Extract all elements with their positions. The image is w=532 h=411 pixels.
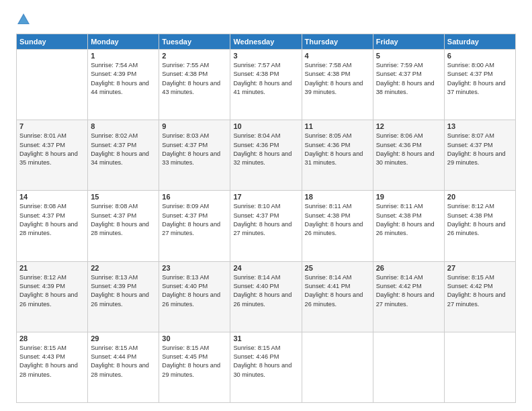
day-info: Sunrise: 8:08 AMSunset: 4:37 PMDaylight:… <box>19 202 85 238</box>
day-number: 6 <box>447 52 513 60</box>
calendar-cell: 8Sunrise: 8:02 AMSunset: 4:37 PMDaylight… <box>88 120 159 191</box>
day-info: Sunrise: 8:11 AMSunset: 4:38 PMDaylight:… <box>376 202 441 238</box>
day-number: 30 <box>162 334 227 342</box>
day-info: Sunrise: 8:15 AMSunset: 4:45 PMDaylight:… <box>162 344 227 379</box>
day-info: Sunrise: 8:12 AMSunset: 4:38 PMDaylight:… <box>447 202 513 238</box>
calendar-cell: 25Sunrise: 8:14 AMSunset: 4:41 PMDayligh… <box>302 261 373 332</box>
day-number: 2 <box>162 52 227 60</box>
calendar-cell: 9Sunrise: 8:03 AMSunset: 4:37 PMDaylight… <box>159 120 230 191</box>
calendar-cell: 29Sunrise: 8:15 AMSunset: 4:44 PMDayligh… <box>88 332 159 402</box>
weekday-header-tuesday: Tuesday <box>159 34 230 50</box>
day-info: Sunrise: 8:13 AMSunset: 4:39 PMDaylight:… <box>91 273 156 309</box>
day-number: 1 <box>91 52 156 60</box>
weekday-header-sunday: Sunday <box>17 34 88 50</box>
calendar-cell <box>373 332 444 402</box>
calendar-cell: 22Sunrise: 8:13 AMSunset: 4:39 PMDayligh… <box>88 261 159 332</box>
calendar-cell: 7Sunrise: 8:01 AMSunset: 4:37 PMDaylight… <box>17 120 88 191</box>
day-info: Sunrise: 8:14 AMSunset: 4:41 PMDaylight:… <box>305 273 370 309</box>
calendar-cell: 17Sunrise: 8:10 AMSunset: 4:37 PMDayligh… <box>230 191 302 261</box>
calendar-cell: 15Sunrise: 8:08 AMSunset: 4:37 PMDayligh… <box>88 191 159 261</box>
day-info: Sunrise: 8:15 AMSunset: 4:42 PMDaylight:… <box>447 273 513 309</box>
day-number: 7 <box>19 122 85 130</box>
calendar-cell: 18Sunrise: 8:11 AMSunset: 4:38 PMDayligh… <box>302 191 373 261</box>
day-number: 10 <box>233 122 298 130</box>
calendar-cell: 13Sunrise: 8:07 AMSunset: 4:37 PMDayligh… <box>444 120 515 191</box>
calendar-cell: 11Sunrise: 8:05 AMSunset: 4:36 PMDayligh… <box>302 120 373 191</box>
day-info: Sunrise: 8:02 AMSunset: 4:37 PMDaylight:… <box>91 132 156 167</box>
day-info: Sunrise: 8:15 AMSunset: 4:43 PMDaylight:… <box>19 344 85 379</box>
day-info: Sunrise: 7:59 AMSunset: 4:37 PMDaylight:… <box>376 61 441 97</box>
day-number: 18 <box>305 193 370 201</box>
day-info: Sunrise: 8:06 AMSunset: 4:36 PMDaylight:… <box>376 132 441 167</box>
calendar-cell: 21Sunrise: 8:12 AMSunset: 4:39 PMDayligh… <box>17 261 88 332</box>
day-number: 27 <box>447 264 513 272</box>
day-number: 24 <box>233 264 298 272</box>
day-number: 21 <box>19 264 85 272</box>
calendar-cell: 16Sunrise: 8:09 AMSunset: 4:37 PMDayligh… <box>159 191 230 261</box>
day-info: Sunrise: 8:03 AMSunset: 4:37 PMDaylight:… <box>162 132 227 167</box>
day-number: 23 <box>162 264 227 272</box>
calendar-cell: 12Sunrise: 8:06 AMSunset: 4:36 PMDayligh… <box>373 120 444 191</box>
calendar-cell: 24Sunrise: 8:14 AMSunset: 4:40 PMDayligh… <box>230 261 302 332</box>
day-info: Sunrise: 8:04 AMSunset: 4:36 PMDaylight:… <box>233 132 298 167</box>
calendar-cell: 1Sunrise: 7:54 AMSunset: 4:39 PMDaylight… <box>88 50 159 120</box>
calendar-cell: 4Sunrise: 7:58 AMSunset: 4:38 PMDaylight… <box>302 50 373 120</box>
calendar-cell <box>444 332 515 402</box>
day-info: Sunrise: 8:15 AMSunset: 4:46 PMDaylight:… <box>233 344 298 379</box>
weekday-header-row: SundayMondayTuesdayWednesdayThursdayFrid… <box>17 34 516 50</box>
day-number: 28 <box>19 334 85 342</box>
day-number: 12 <box>376 122 441 130</box>
day-info: Sunrise: 8:05 AMSunset: 4:36 PMDaylight:… <box>305 132 370 167</box>
day-number: 25 <box>305 264 370 272</box>
calendar-cell: 30Sunrise: 8:15 AMSunset: 4:45 PMDayligh… <box>159 332 230 402</box>
calendar-cell: 5Sunrise: 7:59 AMSunset: 4:37 PMDaylight… <box>373 50 444 120</box>
calendar-cell: 26Sunrise: 8:14 AMSunset: 4:42 PMDayligh… <box>373 261 444 332</box>
calendar-week-row: 14Sunrise: 8:08 AMSunset: 4:37 PMDayligh… <box>17 191 516 261</box>
day-number: 31 <box>233 334 298 342</box>
calendar-cell: 2Sunrise: 7:55 AMSunset: 4:38 PMDaylight… <box>159 50 230 120</box>
calendar-week-row: 7Sunrise: 8:01 AMSunset: 4:37 PMDaylight… <box>17 120 516 191</box>
day-number: 22 <box>91 264 156 272</box>
calendar-page: SundayMondayTuesdayWednesdayThursdayFrid… <box>0 0 532 411</box>
day-info: Sunrise: 7:58 AMSunset: 4:38 PMDaylight:… <box>305 61 370 97</box>
logo-icon <box>16 12 31 27</box>
day-info: Sunrise: 7:54 AMSunset: 4:39 PMDaylight:… <box>91 61 156 97</box>
day-info: Sunrise: 7:55 AMSunset: 4:38 PMDaylight:… <box>162 61 227 97</box>
calendar-cell: 20Sunrise: 8:12 AMSunset: 4:38 PMDayligh… <box>444 191 515 261</box>
day-info: Sunrise: 8:08 AMSunset: 4:37 PMDaylight:… <box>91 202 156 238</box>
day-info: Sunrise: 8:07 AMSunset: 4:37 PMDaylight:… <box>447 132 513 167</box>
day-number: 15 <box>91 193 156 201</box>
day-number: 19 <box>376 193 441 201</box>
day-info: Sunrise: 8:09 AMSunset: 4:37 PMDaylight:… <box>162 202 227 238</box>
calendar-cell: 6Sunrise: 8:00 AMSunset: 4:37 PMDaylight… <box>444 50 515 120</box>
day-info: Sunrise: 8:14 AMSunset: 4:42 PMDaylight:… <box>376 273 441 309</box>
calendar-week-row: 28Sunrise: 8:15 AMSunset: 4:43 PMDayligh… <box>17 332 516 402</box>
day-info: Sunrise: 8:14 AMSunset: 4:40 PMDaylight:… <box>233 273 298 309</box>
calendar-cell: 23Sunrise: 8:13 AMSunset: 4:40 PMDayligh… <box>159 261 230 332</box>
day-info: Sunrise: 8:00 AMSunset: 4:37 PMDaylight:… <box>447 61 513 97</box>
day-number: 3 <box>233 52 298 60</box>
day-info: Sunrise: 8:15 AMSunset: 4:44 PMDaylight:… <box>91 344 156 379</box>
calendar-cell: 14Sunrise: 8:08 AMSunset: 4:37 PMDayligh… <box>17 191 88 261</box>
day-number: 4 <box>305 52 370 60</box>
day-info: Sunrise: 8:13 AMSunset: 4:40 PMDaylight:… <box>162 273 227 309</box>
calendar-table: SundayMondayTuesdayWednesdayThursdayFrid… <box>16 34 516 403</box>
day-number: 17 <box>233 193 298 201</box>
day-number: 14 <box>19 193 85 201</box>
day-info: Sunrise: 8:01 AMSunset: 4:37 PMDaylight:… <box>19 132 85 167</box>
weekday-header-saturday: Saturday <box>444 34 515 50</box>
day-number: 29 <box>91 334 156 342</box>
calendar-cell <box>17 50 88 120</box>
day-number: 11 <box>305 122 370 130</box>
logo <box>16 12 32 27</box>
day-number: 16 <box>162 193 227 201</box>
calendar-cell: 3Sunrise: 7:57 AMSunset: 4:38 PMDaylight… <box>230 50 302 120</box>
weekday-header-thursday: Thursday <box>302 34 373 50</box>
weekday-header-friday: Friday <box>373 34 444 50</box>
calendar-week-row: 1Sunrise: 7:54 AMSunset: 4:39 PMDaylight… <box>17 50 516 120</box>
day-number: 9 <box>162 122 227 130</box>
calendar-week-row: 21Sunrise: 8:12 AMSunset: 4:39 PMDayligh… <box>17 261 516 332</box>
day-number: 20 <box>447 193 513 201</box>
calendar-cell: 31Sunrise: 8:15 AMSunset: 4:46 PMDayligh… <box>230 332 302 402</box>
day-info: Sunrise: 8:12 AMSunset: 4:39 PMDaylight:… <box>19 273 85 309</box>
